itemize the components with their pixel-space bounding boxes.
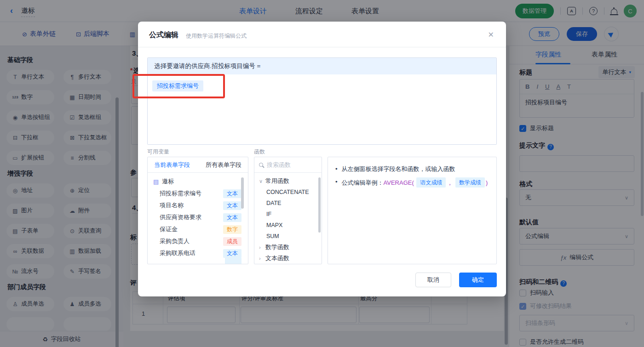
function-group-math[interactable]: › 数学函数 [254,242,322,253]
formula-variable-chip[interactable]: 招投标需求编号 [152,80,203,91]
tips-panel: • 从左侧面板选择字段名和函数，或输入函数 • 公式编辑举例：AVERAGE( … [328,157,497,264]
formula-editor: 选择要邀请的供应商.招投标项目编号 = 招投标需求编号 [147,57,497,145]
form-node-label: 邀标 [162,177,174,186]
variable-tag-partial [225,257,242,264]
tip-example: 公式编辑举例：AVERAGE( 语文成绩， 数学成绩) [342,177,488,188]
function-item[interactable]: CONCATENATE [254,187,322,198]
function-item[interactable]: IF [254,209,322,220]
variable-row[interactable]: 招投标需求编号文本 [148,188,248,199]
example-function-close: ) [486,179,488,186]
modal-header: 公式编辑 使用数学运算符编辑公式 ✕ [138,22,506,47]
example-function-open: AVERAGE( [384,179,414,186]
confirm-button[interactable]: 确定 [459,273,497,287]
chevron-expanded-icon: ∨ [259,178,265,184]
form-designer-app: ‹ 邀标 表单设计 流程设定 表单设置 数据管理 A ? C ⊘ 表单外链 ⊡ … [0,0,644,347]
variable-row[interactable]: 采购负责人成员 [148,235,248,247]
variable-name: 采购联系电话 [153,249,196,257]
variable-name: 供应商资格要求 [153,213,201,222]
variables-scrollbar[interactable] [241,177,244,209]
chevron-collapsed-icon: › [259,256,265,261]
search-icon [259,163,263,167]
cancel-button[interactable]: 取消 [415,273,451,287]
formula-input-area[interactable]: 招投标需求编号 [148,74,496,145]
type-tag: 成员 [223,237,242,246]
tip-line: • 从左侧面板选择字段名和函数，或输入函数 [335,165,489,174]
function-group-text[interactable]: › 文本函数 [254,253,322,264]
chevron-collapsed-icon: › [259,245,265,250]
function-search-input[interactable] [267,161,313,168]
variable-row[interactable]: 保证金数字 [148,223,248,235]
type-tag: 数字 [223,225,242,234]
type-tag: 文本 [223,201,242,210]
form-node-row[interactable]: ▤ 邀标 [148,176,248,188]
variables-panel: 当前表单字段 所有表单字段 ▤ 邀标 招投标需求编号文本 项目名称文本 供应商资… [147,157,248,264]
bullet: • [335,177,338,187]
function-item[interactable]: SUM [254,231,322,242]
example-comma: ， [447,179,453,186]
function-item[interactable]: MAPX [254,220,322,231]
variable-row[interactable]: 供应商资格要求文本 [148,211,248,223]
bullet: • [335,165,338,174]
type-tag: 文本 [223,189,242,198]
modal-subtitle: 使用数学运算符编辑公式 [186,32,247,40]
example-field-tag: 数学成绩 [455,177,485,188]
variable-name: 招投标需求编号 [153,189,201,198]
example-field-tag: 语文成绩 [416,177,446,188]
function-search[interactable] [254,157,322,173]
close-icon[interactable]: ✕ [488,30,494,39]
tab-all-form-fields[interactable]: 所有表单字段 [206,161,242,169]
functions-panel: ∨ 常用函数 CONCATENATE DATE IF MAPX SUM › 数学… [254,157,322,264]
variable-name: 项目名称 [153,201,184,210]
tip-text: 从左侧面板选择字段名和函数，或输入函数 [342,165,455,174]
formula-edit-modal: 公式编辑 使用数学运算符编辑公式 ✕ 选择要邀请的供应商.招投标项目编号 = 招… [138,22,506,296]
variable-name: 保证金 [153,225,178,233]
group-label: 常用函数 [265,177,289,185]
example-prefix: 公式编辑举例： [342,179,384,186]
formula-target-bar: 选择要邀请的供应商.招投标项目编号 = [148,58,496,74]
type-tag: 文本 [223,213,242,222]
variables-tabs: 当前表单字段 所有表单字段 [148,157,248,173]
tab-current-form-fields[interactable]: 当前表单字段 [154,161,190,169]
form-doc-icon: ▤ [153,178,159,185]
function-item[interactable]: DATE [254,198,322,209]
modal-title: 公式编辑 [149,30,178,40]
group-label: 数学函数 [265,243,289,251]
variable-row[interactable]: 采购联系电话文本 [148,247,248,259]
functions-section-label: 函数 [254,148,265,156]
variable-row[interactable]: 项目名称文本 [148,199,248,211]
functions-scrollbar[interactable] [318,177,321,233]
tip-example-line: • 公式编辑举例：AVERAGE( 语文成绩， 数学成绩) [335,177,489,188]
group-label: 文本函数 [265,254,289,262]
type-tag: 文本 [223,249,242,258]
variable-name: 采购负责人 [153,237,190,245]
variables-section-label: 可用变量 [147,148,169,156]
function-group-common[interactable]: ∨ 常用函数 [254,176,322,187]
